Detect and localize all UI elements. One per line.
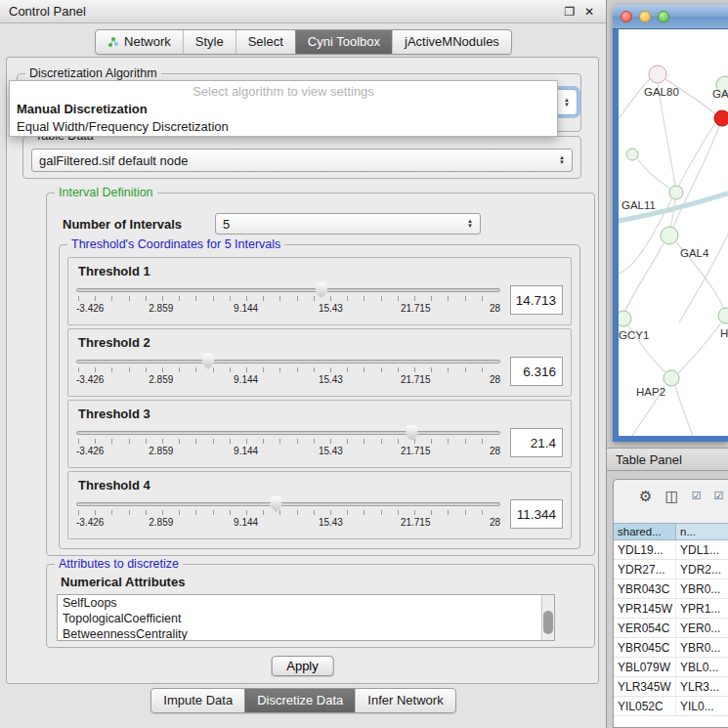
tab-infer-network[interactable]: Infer Network — [355, 689, 454, 712]
attributes-group-title: Attributes to discretize — [55, 557, 183, 571]
network-edge[interactable] — [658, 83, 675, 186]
attribute-item-selfloops[interactable]: SelfLoops — [58, 595, 554, 611]
threshold-panel-4: Threshold 4-3.4262.8599.14415.4321.71528… — [67, 471, 572, 539]
threshold-label: Threshold 1 — [78, 264, 563, 278]
tab-label: Select — [248, 34, 283, 49]
stepper-icon: ▲ ▼ — [558, 98, 570, 107]
node-label: GA — [712, 88, 728, 100]
table-cell: YER0... — [676, 619, 728, 637]
network-node-hap2[interactable] — [664, 370, 679, 386]
slider-track[interactable] — [76, 431, 500, 435]
table-row[interactable]: YER054CYER0... — [614, 619, 728, 638]
gear-icon[interactable]: ⚙ — [639, 489, 652, 503]
tab-impute-data[interactable]: Impute Data — [151, 689, 244, 712]
table-row[interactable]: YBL079WYBL0... — [614, 658, 728, 677]
table-cell: YIL0... — [676, 697, 728, 715]
num-intervals-combo[interactable]: 5 ▲ ▼ — [215, 213, 481, 235]
threshold-slider[interactable]: -3.4262.8599.14415.4321.71528 — [76, 424, 500, 461]
threshold-value-field[interactable]: 6.316 — [510, 357, 563, 386]
network-node-h[interactable] — [718, 308, 728, 323]
table-row[interactable]: YDR27...YDR2... — [614, 560, 728, 579]
table-toolbar: ⚙ ◫ ☑ ☑ — [614, 480, 728, 511]
scale-label: 15.43 — [319, 517, 343, 528]
close-window-icon[interactable]: ✕ — [581, 5, 597, 19]
threshold-value-field[interactable]: 21.4 — [510, 428, 563, 457]
tab-style[interactable]: Style — [183, 30, 236, 54]
network-edge[interactable] — [625, 243, 664, 311]
table-row[interactable]: YPR145WYPR1... — [614, 599, 728, 619]
slider-track[interactable] — [76, 360, 500, 364]
network-node-gal4[interactable] — [661, 227, 678, 244]
threshold-label: Threshold 2 — [78, 335, 563, 350]
attribute-item-topologicalcoefficient[interactable]: TopologicalCoefficient — [58, 611, 554, 626]
threshold-value-field[interactable]: 14.713 — [510, 285, 563, 315]
table-cell: YDR27... — [614, 560, 676, 578]
minimize-traffic-light-icon[interactable] — [639, 11, 651, 22]
table-row[interactable]: YLR345WYLR3... — [614, 677, 728, 697]
tab-cyni-toolbox[interactable]: Cyni Toolbox — [295, 30, 392, 54]
select-all-icon[interactable]: ☑ — [692, 491, 702, 501]
scale-label: 28 — [490, 446, 500, 456]
stepper-icon: ▲ ▼ — [461, 219, 473, 229]
scrollbar[interactable] — [541, 595, 554, 640]
network-node-gcy1[interactable] — [619, 311, 631, 326]
attribute-item-betweennesscentrality[interactable]: BetweennessCentrality — [58, 626, 554, 641]
table-row[interactable]: YDL19...YDL1... — [614, 540, 728, 560]
apply-button[interactable]: Apply — [271, 656, 334, 676]
column-header-1[interactable]: shared... — [614, 524, 676, 539]
network-edge[interactable] — [670, 199, 675, 227]
scale-label: -3.426 — [76, 374, 104, 385]
network-node-gal11[interactable] — [669, 186, 683, 199]
threshold-slider[interactable]: -3.4262.8599.14415.4321.71528 — [76, 353, 500, 390]
network-node-gal80[interactable] — [649, 65, 666, 83]
table-data-combo[interactable]: galFiltered.sif default node ▲ ▼ — [31, 149, 573, 172]
num-intervals-value: 5 — [223, 217, 230, 232]
column-header-2[interactable]: n... — [676, 524, 728, 539]
network-node[interactable] — [626, 149, 638, 160]
table-row[interactable]: YBR045CYBR0... — [614, 638, 728, 658]
slider-track[interactable] — [76, 502, 500, 506]
network-edge[interactable] — [619, 78, 651, 119]
zoom-traffic-light-icon[interactable] — [658, 11, 669, 22]
tab-network[interactable]: Network — [96, 30, 183, 54]
dropdown-option-manual-discretization[interactable]: Manual Discretization — [10, 101, 557, 118]
tab-label: Discretize Data — [257, 693, 343, 707]
network-node[interactable] — [714, 110, 728, 126]
node-label: GAL11 — [621, 199, 656, 211]
float-window-icon[interactable]: ❐ — [562, 5, 578, 19]
scale-label: -3.426 — [76, 517, 104, 528]
threshold-slider[interactable]: -3.4262.8599.14415.4321.71528 — [76, 281, 500, 319]
numerical-attributes-list[interactable]: SelfLoopsTopologicalCoefficientBetweenne… — [57, 594, 555, 641]
scrollbar-thumb[interactable] — [543, 611, 553, 634]
network-edge[interactable] — [675, 386, 693, 436]
network-window: GAL80GAGAL11GAL4GCY1HHAP2 — [613, 5, 728, 442]
scale-label: 2.859 — [149, 303, 173, 314]
scale-label: 21.715 — [401, 517, 431, 528]
table-cell: YDL19... — [614, 540, 676, 559]
table-row[interactable]: YBR043CYBR0... — [614, 579, 728, 599]
slider-track[interactable] — [76, 288, 500, 292]
tab-select[interactable]: Select — [236, 30, 295, 54]
threshold-value-field[interactable]: 11.344 — [510, 499, 563, 529]
table-cell: YDR2... — [676, 560, 728, 578]
network-edge[interactable] — [673, 126, 719, 228]
table-cell: YBR0... — [676, 638, 728, 657]
columns-icon[interactable]: ◫ — [664, 489, 678, 503]
algorithm-dropdown-popup: Select algorithm to view settings Manual… — [9, 80, 558, 137]
threshold-slider[interactable]: -3.4262.8599.14415.4321.71528 — [76, 495, 500, 533]
dropdown-option-equal-width-frequency-discretization[interactable]: Equal Width/Frequency Discretization — [10, 118, 557, 136]
network-canvas[interactable]: GAL80GAGAL11GAL4GCY1HHAP2 — [619, 29, 728, 436]
network-edge[interactable] — [678, 322, 721, 373]
node-label: H — [720, 327, 728, 339]
tab-jactivemnodules[interactable]: jActiveMNodules — [392, 30, 511, 54]
thresholds-group-title: Threshold's Coordinates for 5 Intervals — [67, 237, 284, 251]
select-none-icon[interactable]: ☑ — [714, 491, 724, 501]
close-traffic-light-icon[interactable] — [621, 11, 632, 22]
window-title: Control Panel — [9, 4, 558, 19]
network-frame: GAL80GAGAL11GAL4GCY1HHAP2 — [613, 29, 728, 442]
scale-label: 28 — [490, 303, 500, 314]
table-row[interactable]: YIL052CYIL0... — [614, 697, 728, 716]
network-window-titlebar[interactable] — [613, 5, 728, 29]
tab-discretize-data[interactable]: Discretize Data — [244, 689, 355, 712]
network-edge[interactable] — [637, 158, 670, 189]
